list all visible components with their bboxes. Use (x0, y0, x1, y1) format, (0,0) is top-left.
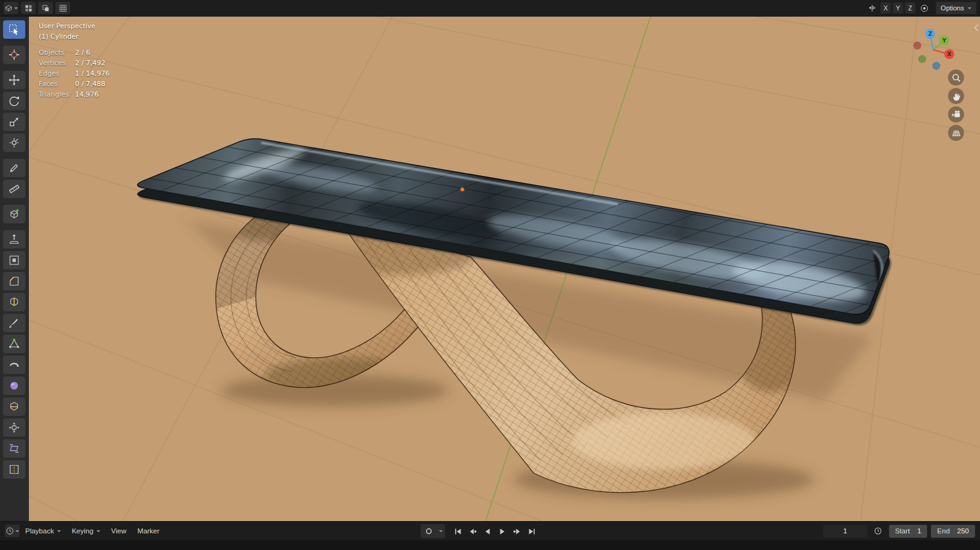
start-frame-field[interactable]: Start 1 (889, 525, 928, 538)
cursor-icon (9, 49, 20, 60)
shrink-fatten-icon (9, 422, 20, 433)
tool-select-box[interactable] (3, 20, 25, 39)
chevron-left-icon (974, 24, 979, 31)
shear-icon (9, 443, 20, 454)
menu-view[interactable]: View (106, 522, 132, 540)
options-button[interactable]: Options (936, 2, 976, 14)
mirror-x-button[interactable]: X (880, 2, 891, 14)
gizmo-neg-y-ball[interactable] (919, 55, 927, 63)
blender-window: X Y Z Options (0, 0, 980, 550)
tool-smooth[interactable] (3, 377, 25, 395)
viewport-canvas[interactable] (0, 17, 980, 521)
view-orientation-gizmo[interactable]: Z Y X (910, 23, 959, 72)
tool-edge-slide[interactable] (3, 397, 25, 416)
chevron-down-icon (439, 530, 443, 532)
jump-to-start-icon (454, 527, 462, 536)
playback-controls (421, 524, 539, 538)
tool-poly-build[interactable] (3, 335, 25, 353)
tool-rotate[interactable] (3, 92, 25, 110)
inset-faces-icon (9, 255, 20, 266)
tool-extrude-region[interactable] (3, 230, 25, 249)
next-keyframe-icon (513, 527, 521, 536)
tool-knife[interactable] (3, 314, 25, 332)
jump-to-end-icon (528, 527, 536, 536)
auto-key-group (421, 524, 445, 538)
object-origin-dot[interactable] (460, 188, 464, 191)
measure-ruler-icon (9, 183, 20, 194)
auto-keying-dropdown[interactable] (437, 524, 445, 538)
start-label: Start (895, 527, 910, 535)
annotate-pen-icon (9, 162, 20, 173)
tool-scale[interactable] (3, 113, 25, 131)
stat-label: Vertices (39, 60, 75, 66)
play-icon (498, 527, 507, 536)
gizmo-neg-z-ball[interactable] (933, 62, 941, 70)
header-toggle-1[interactable] (21, 2, 36, 14)
play-reverse-button[interactable] (480, 524, 494, 538)
play-button[interactable] (495, 524, 509, 538)
stat-label: Objects (39, 49, 75, 56)
bevel-icon (9, 276, 20, 287)
view-perspective-label: User Perspective (39, 21, 109, 31)
auto-keying-record-button[interactable] (421, 524, 437, 538)
camera-view-button[interactable] (948, 106, 964, 122)
gizmo-x-label: X (947, 51, 952, 57)
jump-to-end-button[interactable] (524, 524, 539, 538)
timeline-editor-type-button[interactable] (5, 525, 20, 537)
preview-range-button[interactable] (871, 524, 885, 538)
tool-move[interactable] (3, 71, 25, 89)
chevron-down-icon (968, 7, 971, 9)
tool-spin[interactable] (3, 356, 25, 374)
current-frame-field[interactable]: 1 (823, 525, 867, 538)
viewport-header: X Y Z Options (0, 0, 980, 17)
pan-button[interactable] (948, 88, 964, 104)
timeline-bar: Playback Keying View Marker (0, 521, 980, 540)
active-object-label: (1) Cylinder (39, 31, 109, 42)
stat-label: Faces (39, 81, 75, 87)
next-keyframe-button[interactable] (510, 524, 524, 538)
end-frame-field[interactable]: End 250 (931, 525, 975, 538)
end-label: End (937, 527, 949, 535)
tool-transform[interactable] (3, 134, 25, 152)
gizmo-neg-x-ball[interactable] (914, 42, 922, 50)
proportional-edit-button[interactable] (917, 2, 931, 14)
tool-shrink-fatten[interactable] (3, 418, 25, 437)
tool-loop-cut[interactable] (3, 293, 25, 311)
tool-measure[interactable] (3, 180, 25, 198)
chevron-down-icon (97, 530, 100, 532)
camera-icon (951, 110, 962, 120)
stat-value: 0 / 7,488 (75, 81, 109, 87)
jump-to-start-button[interactable] (451, 524, 465, 538)
header-toggle-3[interactable] (55, 2, 70, 14)
stat-value: 1 / 14,976 (75, 70, 109, 77)
header-toggle-2[interactable] (38, 2, 53, 14)
stat-value: 14,976 (75, 91, 109, 98)
transform-icon (9, 137, 20, 148)
toggle-ortho-button[interactable] (948, 125, 964, 141)
scale-icon (9, 116, 20, 127)
mirror-butterfly-icon (867, 4, 877, 13)
mirror-z-button[interactable]: Z (905, 2, 915, 14)
tool-bevel[interactable] (3, 272, 25, 290)
tool-annotate[interactable] (3, 159, 25, 177)
prev-keyframe-button[interactable] (465, 524, 480, 538)
sidebar-toggle-arrow[interactable] (974, 24, 979, 33)
stat-label: Triangles (39, 91, 75, 98)
mirror-y-button[interactable]: Y (893, 2, 903, 14)
tool-shear[interactable] (3, 439, 25, 458)
zoom-button[interactable] (948, 70, 964, 86)
record-dot-icon (425, 527, 433, 535)
menu-playback[interactable]: Playback (20, 522, 66, 540)
play-reverse-icon (483, 527, 492, 536)
tool-cursor[interactable] (3, 46, 25, 64)
tool-add-cube[interactable] (3, 205, 25, 223)
mirror-button[interactable] (865, 2, 879, 14)
tool-rip-region[interactable] (3, 460, 25, 479)
editor-type-button[interactable] (4, 2, 18, 14)
menu-keying[interactable]: Keying (66, 522, 106, 540)
grid-2x2-icon (25, 4, 33, 12)
menu-marker[interactable]: Marker (132, 522, 165, 540)
tool-inset-faces[interactable] (3, 251, 25, 269)
clock-icon (874, 527, 882, 535)
hand-icon (951, 91, 962, 102)
